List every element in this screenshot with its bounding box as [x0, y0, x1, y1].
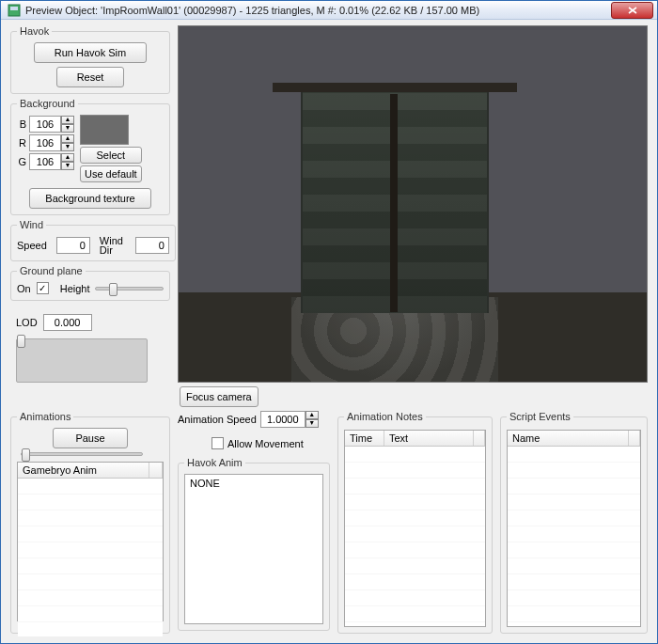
background-legend: Background	[17, 98, 78, 109]
animation-notes-group: Animation Notes Time Text	[337, 411, 493, 634]
lod-label: LOD	[16, 317, 38, 328]
spin-up-icon[interactable]: ▲	[61, 116, 74, 124]
notes-list[interactable]: Time Text	[344, 430, 486, 627]
ground-on-checkbox[interactable]: ✓	[37, 282, 49, 294]
script-events-legend: Script Events	[507, 411, 573, 422]
animation-notes-legend: Animation Notes	[344, 411, 426, 422]
notes-col-text[interactable]: Text	[384, 431, 474, 446]
bg-b-value[interactable]: 106	[29, 116, 61, 133]
spin-down-icon[interactable]: ▼	[61, 124, 74, 133]
select-color-button[interactable]: Select	[80, 147, 142, 164]
anim-speed-spinner[interactable]: 1.0000 ▲▼	[260, 411, 319, 428]
wind-dir-label: Wind Dir	[100, 236, 126, 255]
spin-up-icon[interactable]: ▲	[61, 153, 74, 162]
bg-r-value[interactable]: 106	[29, 134, 61, 151]
anim-slider[interactable]	[21, 452, 143, 456]
events-rows	[508, 447, 640, 625]
background-texture-button[interactable]: Background texture	[29, 188, 151, 209]
wind-speed-input[interactable]: 0	[56, 237, 90, 254]
wind-dir-input[interactable]: 0	[135, 237, 169, 254]
gamebryo-rows	[18, 479, 163, 636]
script-events-group: Script Events Name	[500, 411, 648, 634]
bg-g-value[interactable]: 106	[29, 153, 61, 170]
spin-down-icon[interactable]: ▼	[61, 143, 74, 151]
bg-g-label: G	[17, 156, 26, 167]
ground-height-label: Height	[60, 283, 90, 294]
lod-value[interactable]: 0.000	[43, 314, 92, 331]
wind-speed-label: Speed	[17, 240, 47, 251]
viewport-3d[interactable]	[178, 25, 648, 383]
spin-down-icon[interactable]: ▼	[61, 162, 74, 170]
svg-rect-1	[10, 7, 18, 10]
ground-plane-group: Ground plane On ✓ Height	[10, 265, 170, 301]
titlebar[interactable]: Preview Object: 'ImpRoomWall01' (0002998…	[1, 1, 657, 20]
bg-b-label: B	[17, 118, 26, 130]
close-icon	[628, 7, 637, 14]
gamebryo-list[interactable]: Gamebryo Anim	[17, 462, 164, 621]
notes-rows	[345, 447, 485, 625]
havok-anim-group: Havok Anim NONE	[178, 457, 330, 631]
ground-height-slider[interactable]	[95, 287, 164, 291]
viewport-lintel	[273, 83, 517, 92]
allow-movement-label: Allow Movement	[227, 438, 304, 449]
havok-anim-legend: Havok Anim	[184, 457, 245, 468]
havok-legend: Havok	[17, 25, 52, 37]
list-gutter	[629, 431, 640, 446]
bg-r-label: R	[17, 137, 26, 149]
spin-up-icon[interactable]: ▲	[306, 411, 319, 419]
pause-button[interactable]: Pause	[53, 428, 128, 448]
use-default-button[interactable]: Use default	[80, 165, 142, 182]
bg-r-spinner[interactable]: 106 ▲▼	[29, 134, 74, 151]
events-list[interactable]: Name	[507, 430, 641, 627]
notes-col-time[interactable]: Time	[345, 431, 384, 446]
app-icon	[7, 3, 22, 18]
run-havok-button[interactable]: Run Havok Sim	[34, 42, 147, 63]
anim-speed-label: Animation Speed	[178, 414, 257, 425]
focus-camera-button[interactable]: Focus camera	[180, 386, 258, 407]
lod-slider[interactable]	[16, 338, 148, 383]
background-group: Background B 106 ▲▼ R	[10, 98, 170, 215]
havok-group: Havok Run Havok Sim Reset	[10, 25, 170, 94]
allow-movement-checkbox[interactable]	[212, 437, 224, 449]
events-col-name[interactable]: Name	[508, 431, 629, 446]
ground-on-label: On	[17, 283, 31, 294]
gamebryo-col[interactable]: Gamebryo Anim	[18, 463, 149, 478]
list-gutter	[149, 463, 163, 478]
bg-color-swatch[interactable]	[80, 115, 129, 145]
close-button[interactable]	[611, 2, 653, 19]
spin-up-icon[interactable]: ▲	[61, 134, 74, 143]
window-title: Preview Object: 'ImpRoomWall01' (0002998…	[25, 5, 611, 16]
spin-down-icon[interactable]: ▼	[306, 419, 319, 428]
havok-anim-list[interactable]: NONE	[184, 474, 323, 624]
anim-speed-value[interactable]: 1.0000	[260, 411, 306, 428]
animations-group: Animations Pause Gamebryo Anim	[10, 411, 170, 634]
list-gutter	[474, 431, 485, 446]
bg-g-spinner[interactable]: 106 ▲▼	[29, 153, 74, 170]
animations-legend: Animations	[17, 411, 73, 422]
ground-plane-legend: Ground plane	[17, 265, 86, 276]
preview-window: Preview Object: 'ImpRoomWall01' (0002998…	[0, 0, 658, 644]
bg-b-spinner[interactable]: 106 ▲▼	[29, 116, 74, 133]
window-body: Havok Run Havok Sim Reset Background B	[1, 20, 657, 643]
wind-legend: Wind	[17, 219, 46, 230]
wind-group: Wind Speed 0 Wind Dir 0	[10, 219, 176, 261]
reset-button[interactable]: Reset	[56, 67, 124, 87]
viewport-post	[390, 94, 398, 312]
havok-anim-value: NONE	[190, 478, 318, 489]
